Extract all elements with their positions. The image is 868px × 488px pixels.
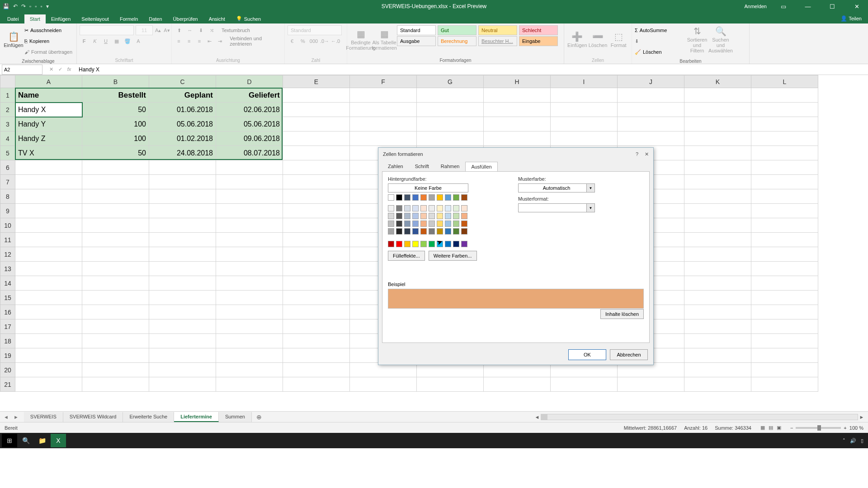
row-header[interactable]: 13 xyxy=(0,262,15,276)
style-calc[interactable]: Berechnung xyxy=(438,36,476,46)
cell[interactable] xyxy=(216,348,283,363)
cell[interactable]: Geliefert xyxy=(216,88,283,103)
cell[interactable] xyxy=(684,305,751,319)
color-swatch[interactable] xyxy=(412,221,419,227)
cell[interactable] xyxy=(216,334,283,348)
cell[interactable] xyxy=(283,334,350,348)
autosum-icon[interactable]: Σ xyxy=(635,28,638,33)
cell[interactable] xyxy=(684,377,751,392)
color-swatch[interactable] xyxy=(437,205,443,211)
color-swatch[interactable] xyxy=(396,213,402,219)
cell[interactable] xyxy=(15,348,82,363)
color-swatch[interactable] xyxy=(437,241,443,247)
scroll-left-icon[interactable]: ◄ xyxy=(533,414,541,420)
account-link[interactable]: Anmelden xyxy=(744,4,767,9)
clear-button[interactable]: Löschen xyxy=(643,49,662,55)
color-swatch[interactable] xyxy=(388,228,394,235)
cell[interactable]: 02.06.2018 xyxy=(216,103,283,117)
color-swatch[interactable] xyxy=(453,194,459,201)
column-header[interactable]: I xyxy=(551,75,618,88)
cell[interactable] xyxy=(618,131,684,146)
copy-button[interactable]: Kopieren xyxy=(29,38,49,44)
cell[interactable] xyxy=(751,363,818,377)
cell[interactable] xyxy=(15,334,82,348)
cell[interactable] xyxy=(283,276,350,291)
column-header[interactable]: B xyxy=(82,75,149,88)
cell[interactable] xyxy=(15,247,82,262)
cell[interactable] xyxy=(283,189,350,204)
tab-view[interactable]: Ansicht xyxy=(203,14,231,23)
column-header[interactable]: E xyxy=(283,75,350,88)
row-header[interactable]: 4 xyxy=(0,131,15,146)
color-swatch[interactable] xyxy=(404,213,410,219)
row-header[interactable]: 19 xyxy=(0,348,15,363)
cell[interactable] xyxy=(751,175,818,189)
cell[interactable] xyxy=(484,131,551,146)
color-swatch[interactable] xyxy=(396,221,402,227)
cell[interactable] xyxy=(149,233,216,247)
cell[interactable] xyxy=(15,262,82,276)
color-swatch[interactable] xyxy=(429,221,435,227)
cell[interactable] xyxy=(618,377,684,392)
maximize-button[interactable]: ☐ xyxy=(825,3,840,10)
cell[interactable] xyxy=(350,131,417,146)
cell[interactable] xyxy=(149,348,216,363)
start-button[interactable]: ⊞ xyxy=(2,434,17,447)
fx-icon[interactable]: fx xyxy=(65,66,73,72)
cell[interactable] xyxy=(751,88,818,103)
color-swatch[interactable] xyxy=(461,241,467,247)
color-swatch[interactable] xyxy=(412,228,419,235)
cell[interactable] xyxy=(283,103,350,117)
cell[interactable]: Bestellt xyxy=(82,88,149,103)
cell[interactable] xyxy=(82,377,149,392)
cell[interactable] xyxy=(283,305,350,319)
tab-formulas[interactable]: Formeln xyxy=(114,14,143,23)
color-swatch[interactable] xyxy=(445,205,451,211)
color-swatch[interactable] xyxy=(461,228,467,235)
cell[interactable] xyxy=(82,189,149,204)
color-swatch[interactable] xyxy=(420,241,427,247)
cell[interactable] xyxy=(283,204,350,218)
color-swatch[interactable] xyxy=(445,221,451,227)
cell[interactable] xyxy=(350,88,417,103)
style-visited[interactable]: Besuchter H... xyxy=(478,36,517,46)
row-header[interactable]: 12 xyxy=(0,247,15,262)
cell[interactable] xyxy=(417,103,484,117)
cell[interactable] xyxy=(82,175,149,189)
tray-volume-icon[interactable]: 🔊 xyxy=(850,438,856,444)
cell[interactable] xyxy=(283,247,350,262)
scroll-thumb[interactable] xyxy=(541,414,547,420)
color-swatch[interactable] xyxy=(429,205,435,211)
color-swatch[interactable] xyxy=(445,228,451,235)
cell[interactable] xyxy=(751,146,818,160)
color-swatch[interactable] xyxy=(420,213,427,219)
row-header[interactable]: 2 xyxy=(0,103,15,117)
color-swatch[interactable] xyxy=(420,228,427,235)
color-swatch[interactable] xyxy=(396,194,402,201)
color-swatch[interactable] xyxy=(453,205,459,211)
column-header[interactable]: F xyxy=(350,75,417,88)
sheet-tab[interactable]: Summen xyxy=(219,412,252,422)
row-header[interactable]: 7 xyxy=(0,175,15,189)
ribbon-options-icon[interactable]: ▭ xyxy=(776,3,791,10)
cell[interactable] xyxy=(149,218,216,233)
dialog-help-button[interactable]: ? xyxy=(636,151,638,157)
cell[interactable] xyxy=(283,348,350,363)
cell[interactable] xyxy=(684,204,751,218)
cell[interactable] xyxy=(684,131,751,146)
cell[interactable] xyxy=(618,103,684,117)
cell[interactable]: 05.06.2018 xyxy=(216,117,283,131)
confirm-edit-icon[interactable]: ✓ xyxy=(56,66,64,72)
row-header[interactable]: 16 xyxy=(0,305,15,319)
color-swatch[interactable] xyxy=(437,213,443,219)
cell[interactable] xyxy=(350,117,417,131)
color-swatch[interactable] xyxy=(412,205,419,211)
save-icon[interactable]: 💾 xyxy=(3,3,9,9)
color-swatch[interactable] xyxy=(412,241,419,247)
cell[interactable] xyxy=(684,103,751,117)
cell[interactable] xyxy=(216,363,283,377)
row-header[interactable]: 18 xyxy=(0,334,15,348)
color-swatch[interactable] xyxy=(404,228,410,235)
cell[interactable] xyxy=(684,276,751,291)
add-sheet-button[interactable]: ⊕ xyxy=(252,413,266,421)
